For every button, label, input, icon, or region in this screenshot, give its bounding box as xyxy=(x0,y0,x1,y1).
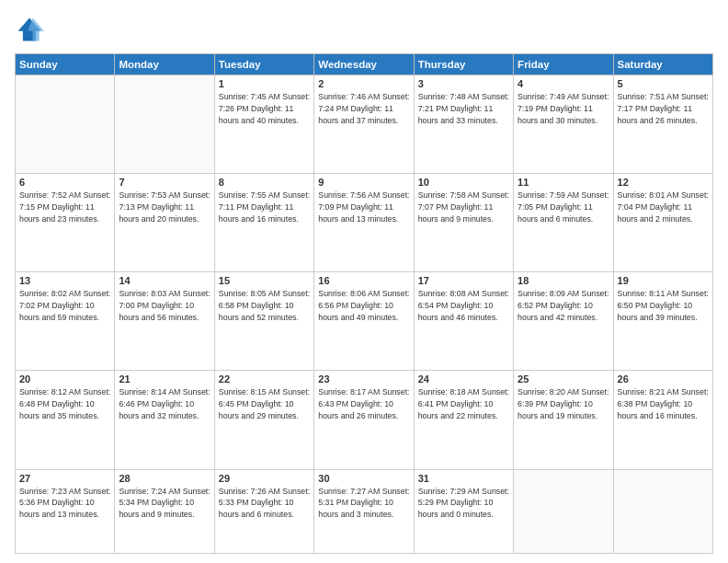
day-info: Sunrise: 7:23 AM Sunset: 5:36 PM Dayligh… xyxy=(19,486,110,521)
day-number: 9 xyxy=(318,177,409,188)
calendar-cell: 15Sunrise: 8:05 AM Sunset: 6:58 PM Dayli… xyxy=(214,272,313,371)
calendar-week-row: 1Sunrise: 7:45 AM Sunset: 7:26 PM Daylig… xyxy=(16,75,713,174)
day-number: 18 xyxy=(518,275,609,286)
day-number: 27 xyxy=(19,473,110,484)
day-number: 29 xyxy=(219,473,310,484)
calendar-cell: 26Sunrise: 8:21 AM Sunset: 6:38 PM Dayli… xyxy=(613,371,712,469)
calendar-cell: 9Sunrise: 7:56 AM Sunset: 7:09 PM Daylig… xyxy=(314,174,414,272)
calendar-cell: 17Sunrise: 8:08 AM Sunset: 6:54 PM Dayli… xyxy=(414,272,513,371)
calendar-week-row: 6Sunrise: 7:52 AM Sunset: 7:15 PM Daylig… xyxy=(16,174,713,272)
day-info: Sunrise: 8:14 AM Sunset: 6:46 PM Dayligh… xyxy=(119,386,210,421)
calendar-cell: 11Sunrise: 7:59 AM Sunset: 7:05 PM Dayli… xyxy=(514,174,613,272)
day-info: Sunrise: 8:09 AM Sunset: 6:52 PM Dayligh… xyxy=(518,288,609,323)
calendar-cell xyxy=(514,469,613,554)
day-info: Sunrise: 7:26 AM Sunset: 5:33 PM Dayligh… xyxy=(219,486,310,521)
weekday-header-thursday: Thursday xyxy=(414,54,513,75)
calendar-cell: 2Sunrise: 7:46 AM Sunset: 7:24 PM Daylig… xyxy=(314,75,414,174)
calendar-cell xyxy=(16,75,115,174)
day-info: Sunrise: 7:29 AM Sunset: 5:29 PM Dayligh… xyxy=(418,486,509,521)
day-number: 15 xyxy=(219,275,310,286)
day-info: Sunrise: 7:24 AM Sunset: 5:34 PM Dayligh… xyxy=(119,486,210,521)
day-info: Sunrise: 7:45 AM Sunset: 7:26 PM Dayligh… xyxy=(219,91,310,126)
calendar-cell: 19Sunrise: 8:11 AM Sunset: 6:50 PM Dayli… xyxy=(613,272,712,371)
day-number: 17 xyxy=(418,275,509,286)
day-number: 30 xyxy=(318,473,409,484)
day-info: Sunrise: 7:48 AM Sunset: 7:21 PM Dayligh… xyxy=(418,91,509,126)
calendar-cell: 8Sunrise: 7:55 AM Sunset: 7:11 PM Daylig… xyxy=(214,174,313,272)
day-number: 13 xyxy=(19,275,110,286)
calendar-cell: 30Sunrise: 7:27 AM Sunset: 5:31 PM Dayli… xyxy=(314,469,414,554)
weekday-header-tuesday: Tuesday xyxy=(214,54,313,75)
day-number: 26 xyxy=(618,373,709,385)
day-number: 22 xyxy=(219,373,310,385)
day-number: 10 xyxy=(418,177,509,188)
day-number: 3 xyxy=(418,78,509,89)
weekday-header-saturday: Saturday xyxy=(613,54,712,75)
logo xyxy=(15,15,48,44)
calendar-cell xyxy=(613,469,712,554)
calendar-cell: 1Sunrise: 7:45 AM Sunset: 7:26 PM Daylig… xyxy=(214,75,313,174)
day-number: 5 xyxy=(618,78,709,89)
day-number: 1 xyxy=(219,78,310,89)
day-number: 28 xyxy=(119,473,210,484)
day-info: Sunrise: 7:53 AM Sunset: 7:13 PM Dayligh… xyxy=(119,190,210,224)
calendar-cell: 6Sunrise: 7:52 AM Sunset: 7:15 PM Daylig… xyxy=(16,174,115,272)
calendar-cell: 18Sunrise: 8:09 AM Sunset: 6:52 PM Dayli… xyxy=(514,272,613,371)
weekday-header-wednesday: Wednesday xyxy=(314,54,414,75)
weekday-header-friday: Friday xyxy=(514,54,613,75)
calendar-cell: 29Sunrise: 7:26 AM Sunset: 5:33 PM Dayli… xyxy=(214,469,313,554)
calendar-cell: 13Sunrise: 8:02 AM Sunset: 7:02 PM Dayli… xyxy=(16,272,115,371)
day-info: Sunrise: 8:15 AM Sunset: 6:45 PM Dayligh… xyxy=(219,386,310,421)
calendar-cell: 5Sunrise: 7:51 AM Sunset: 7:17 PM Daylig… xyxy=(613,75,712,174)
day-info: Sunrise: 8:11 AM Sunset: 6:50 PM Dayligh… xyxy=(618,288,709,323)
calendar-cell: 31Sunrise: 7:29 AM Sunset: 5:29 PM Dayli… xyxy=(414,469,513,554)
day-number: 8 xyxy=(219,177,310,188)
day-info: Sunrise: 8:12 AM Sunset: 6:48 PM Dayligh… xyxy=(19,386,110,421)
day-number: 11 xyxy=(518,177,609,188)
day-number: 24 xyxy=(418,373,509,385)
weekday-header-sunday: Sunday xyxy=(16,54,115,75)
day-number: 2 xyxy=(318,78,409,89)
day-number: 21 xyxy=(119,373,210,385)
day-number: 7 xyxy=(119,177,210,188)
calendar-cell: 28Sunrise: 7:24 AM Sunset: 5:34 PM Dayli… xyxy=(115,469,214,554)
day-number: 6 xyxy=(19,177,110,188)
calendar-cell: 10Sunrise: 7:58 AM Sunset: 7:07 PM Dayli… xyxy=(414,174,513,272)
day-number: 19 xyxy=(618,275,709,286)
calendar-cell: 3Sunrise: 7:48 AM Sunset: 7:21 PM Daylig… xyxy=(414,75,513,174)
calendar-week-row: 27Sunrise: 7:23 AM Sunset: 5:36 PM Dayli… xyxy=(16,469,713,554)
calendar-header-row: SundayMondayTuesdayWednesdayThursdayFrid… xyxy=(16,54,713,75)
day-info: Sunrise: 7:49 AM Sunset: 7:19 PM Dayligh… xyxy=(518,91,609,126)
day-info: Sunrise: 8:20 AM Sunset: 6:39 PM Dayligh… xyxy=(518,386,609,421)
calendar-cell: 12Sunrise: 8:01 AM Sunset: 7:04 PM Dayli… xyxy=(613,174,712,272)
day-number: 20 xyxy=(19,373,110,385)
day-info: Sunrise: 7:51 AM Sunset: 7:17 PM Dayligh… xyxy=(618,91,709,126)
calendar-cell: 27Sunrise: 7:23 AM Sunset: 5:36 PM Dayli… xyxy=(16,469,115,554)
day-number: 31 xyxy=(418,473,509,484)
logo-icon xyxy=(15,15,44,44)
day-info: Sunrise: 8:05 AM Sunset: 6:58 PM Dayligh… xyxy=(219,288,310,323)
day-info: Sunrise: 8:01 AM Sunset: 7:04 PM Dayligh… xyxy=(618,190,709,224)
calendar-cell: 21Sunrise: 8:14 AM Sunset: 6:46 PM Dayli… xyxy=(115,371,214,469)
calendar-cell: 4Sunrise: 7:49 AM Sunset: 7:19 PM Daylig… xyxy=(514,75,613,174)
day-info: Sunrise: 8:08 AM Sunset: 6:54 PM Dayligh… xyxy=(418,288,509,323)
calendar-table: SundayMondayTuesdayWednesdayThursdayFrid… xyxy=(15,53,713,554)
day-number: 25 xyxy=(518,373,609,385)
calendar-cell: 22Sunrise: 8:15 AM Sunset: 6:45 PM Dayli… xyxy=(214,371,313,469)
day-info: Sunrise: 8:06 AM Sunset: 6:56 PM Dayligh… xyxy=(318,288,409,323)
day-info: Sunrise: 7:58 AM Sunset: 7:07 PM Dayligh… xyxy=(418,190,509,224)
day-info: Sunrise: 7:55 AM Sunset: 7:11 PM Dayligh… xyxy=(219,190,310,224)
day-info: Sunrise: 8:17 AM Sunset: 6:43 PM Dayligh… xyxy=(318,386,409,421)
calendar-week-row: 20Sunrise: 8:12 AM Sunset: 6:48 PM Dayli… xyxy=(16,371,713,469)
day-info: Sunrise: 7:52 AM Sunset: 7:15 PM Dayligh… xyxy=(19,190,110,224)
calendar-cell xyxy=(115,75,214,174)
day-info: Sunrise: 8:03 AM Sunset: 7:00 PM Dayligh… xyxy=(119,288,210,323)
day-info: Sunrise: 7:59 AM Sunset: 7:05 PM Dayligh… xyxy=(518,190,609,224)
calendar-cell: 23Sunrise: 8:17 AM Sunset: 6:43 PM Dayli… xyxy=(314,371,414,469)
day-number: 14 xyxy=(119,275,210,286)
day-info: Sunrise: 8:02 AM Sunset: 7:02 PM Dayligh… xyxy=(19,288,110,323)
header xyxy=(15,15,713,44)
calendar-cell: 20Sunrise: 8:12 AM Sunset: 6:48 PM Dayli… xyxy=(16,371,115,469)
weekday-header-monday: Monday xyxy=(115,54,214,75)
day-info: Sunrise: 8:21 AM Sunset: 6:38 PM Dayligh… xyxy=(618,386,709,421)
